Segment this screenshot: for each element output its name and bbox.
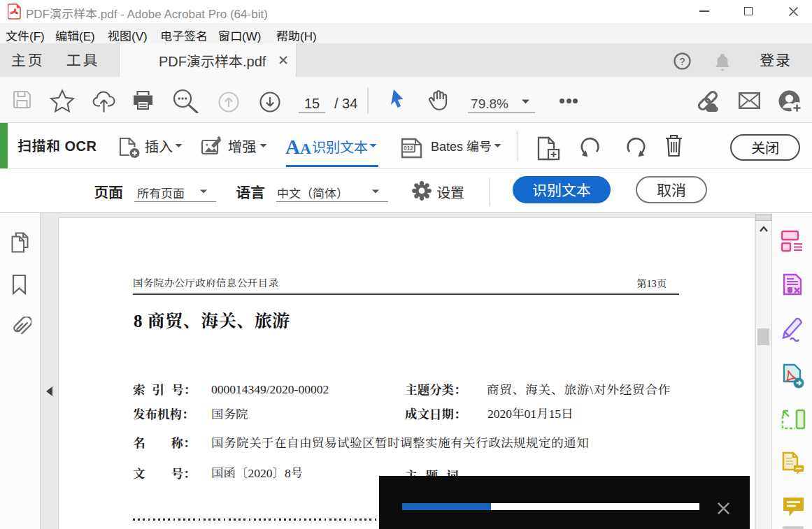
svg-text:012: 012 [404, 145, 413, 152]
svg-text:?: ? [680, 56, 685, 67]
